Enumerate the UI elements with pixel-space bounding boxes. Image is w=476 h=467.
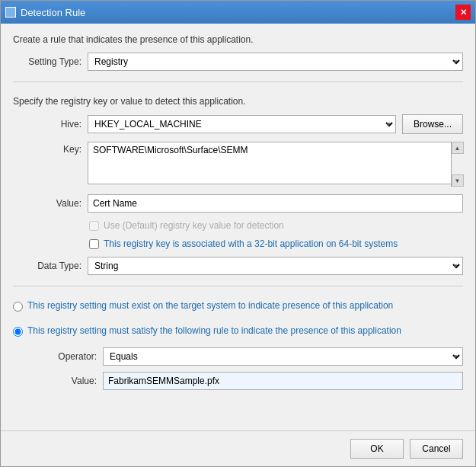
hive-select[interactable]: HKEY_LOCAL_MACHINE	[88, 115, 396, 133]
data-type-select[interactable]: String Integer Version	[88, 257, 463, 275]
divider-2	[13, 286, 463, 286]
key-textarea[interactable]: SOFTWARE\Microsoft\Surface\SEMM	[88, 142, 463, 184]
scroll-down-icon[interactable]: ▼	[452, 174, 464, 187]
32bit-checkbox[interactable]	[89, 239, 99, 249]
description-text: Create a rule that indicates the presenc…	[13, 34, 463, 45]
value-row: Value:	[13, 194, 463, 213]
setting-type-select-wrapper: Registry ▼	[88, 53, 463, 71]
registry-section-label: Specify the registry key or value to det…	[13, 96, 463, 107]
divider-1	[13, 82, 463, 82]
radio2-row: This registry setting must satisfy the f…	[13, 322, 463, 340]
close-button[interactable]: ✕	[455, 5, 471, 20]
window-icon	[5, 7, 16, 18]
hive-row: Hive: HKEY_LOCAL_MACHINE ▼ Browse...	[13, 114, 463, 134]
hive-select-wrapper: HKEY_LOCAL_MACHINE ▼	[88, 115, 396, 133]
key-scrollbar: ▲ ▼	[451, 142, 463, 187]
hive-label: Hive:	[13, 119, 81, 130]
data-type-select-wrapper: String Integer Version ▼	[88, 257, 463, 275]
data-type-row: Data Type: String Integer Version ▼	[13, 257, 463, 275]
operator-select[interactable]: Equals Not Equals Greater Than Less Than…	[103, 347, 463, 366]
setting-type-select[interactable]: Registry	[88, 53, 463, 71]
dialog-content: Create a rule that indicates the presenc…	[1, 24, 475, 430]
dialog-title: Detection Rule	[21, 7, 85, 18]
scroll-up-icon[interactable]: ▲	[452, 142, 464, 154]
operator-section: Operator: Equals Not Equals Greater Than…	[28, 347, 463, 390]
use-default-label: Use (Default) registry key value for det…	[104, 220, 284, 231]
title-bar-left: Detection Rule	[5, 7, 85, 18]
key-row: Key: SOFTWARE\Microsoft\Surface\SEMM ▲ ▼	[13, 142, 463, 187]
browse-button[interactable]: Browse...	[402, 114, 463, 134]
dialog-footer: OK Cancel	[1, 430, 475, 466]
title-bar: Detection Rule ✕	[1, 1, 475, 24]
operator-select-wrapper: Equals Not Equals Greater Than Less Than…	[103, 347, 463, 366]
detection-rule-dialog: Detection Rule ✕ Create a rule that indi…	[0, 0, 476, 467]
use-default-row: Use (Default) registry key value for det…	[89, 220, 463, 231]
operator-row: Operator: Equals Not Equals Greater Than…	[28, 347, 463, 366]
32bit-label: This registry key is associated with a 3…	[104, 238, 398, 249]
32bit-row: This registry key is associated with a 3…	[89, 238, 463, 249]
radio2-input[interactable]	[13, 327, 23, 337]
setting-type-label: Setting Type:	[13, 56, 81, 67]
data-type-label: Data Type:	[13, 261, 81, 271]
value-input[interactable]	[88, 194, 463, 213]
key-label: Key:	[13, 142, 81, 155]
key-textarea-wrapper: SOFTWARE\Microsoft\Surface\SEMM ▲ ▼	[88, 142, 463, 187]
ok-button[interactable]: OK	[350, 439, 404, 459]
operator-value-row: Value:	[28, 372, 463, 390]
use-default-checkbox[interactable]	[89, 221, 99, 231]
operator-label: Operator:	[28, 351, 97, 362]
value-label: Value:	[13, 198, 81, 209]
setting-type-row: Setting Type: Registry ▼	[13, 53, 463, 71]
radio2-label: This registry setting must satisfy the f…	[27, 325, 401, 336]
cancel-button[interactable]: Cancel	[410, 439, 463, 459]
operator-value-input[interactable]	[103, 372, 463, 390]
operator-value-label: Value:	[28, 376, 97, 386]
radio1-input[interactable]	[13, 302, 23, 312]
radio1-row: This registry setting must exist on the …	[13, 297, 463, 315]
radio1-label: This registry setting must exist on the …	[27, 300, 393, 311]
